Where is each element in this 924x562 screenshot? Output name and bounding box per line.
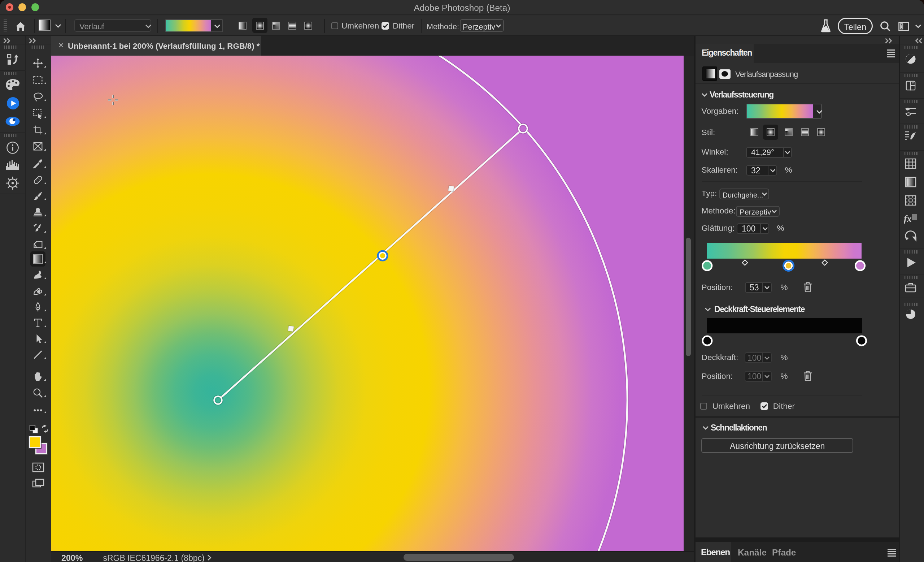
svg-text:fx: fx <box>904 213 912 224</box>
